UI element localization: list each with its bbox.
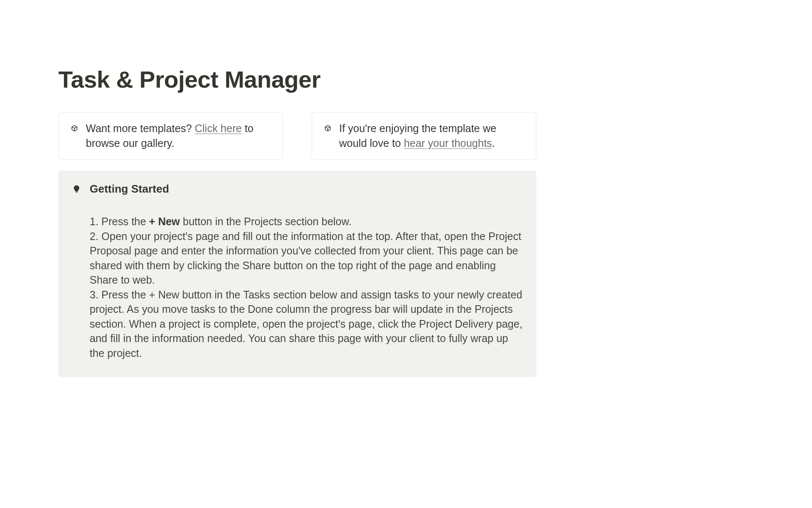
info-cards-row: Want more templates? Click here to brows… <box>58 112 536 160</box>
step1-after: button in the Projects section below. <box>180 215 351 227</box>
templates-card: Want more templates? Click here to brows… <box>58 112 283 160</box>
feedback-text-after: . <box>492 137 495 149</box>
step1-bold: + New <box>149 215 180 227</box>
callout-header: Getting Started <box>72 182 523 196</box>
step-1: 1. Press the + New button in the Project… <box>90 214 523 229</box>
box-icon <box>71 124 78 132</box>
box-icon <box>324 124 332 132</box>
click-here-link[interactable]: Click here <box>195 122 242 134</box>
templates-text-before: Want more templates? <box>86 122 195 134</box>
templates-card-text: Want more templates? Click here to brows… <box>86 121 271 151</box>
page-title: Task & Project Manager <box>58 66 536 93</box>
getting-started-callout: Getting Started 1. Press the + New butto… <box>58 171 536 377</box>
feedback-card: If you're enjoying the template we would… <box>312 112 536 160</box>
step-2: 2. Open your project's page and fill out… <box>90 229 523 287</box>
lightbulb-icon <box>72 185 81 194</box>
step-3: 3. Press the + New button in the Tasks s… <box>90 287 523 361</box>
callout-title: Getting Started <box>90 182 169 196</box>
feedback-card-text: If you're enjoying the template we would… <box>339 121 524 151</box>
step1-before: 1. Press the <box>90 215 149 227</box>
callout-body: 1. Press the + New button in the Project… <box>72 214 523 360</box>
page-container: Task & Project Manager Want more templat… <box>58 0 536 377</box>
hear-thoughts-link[interactable]: hear your thoughts <box>404 137 492 149</box>
